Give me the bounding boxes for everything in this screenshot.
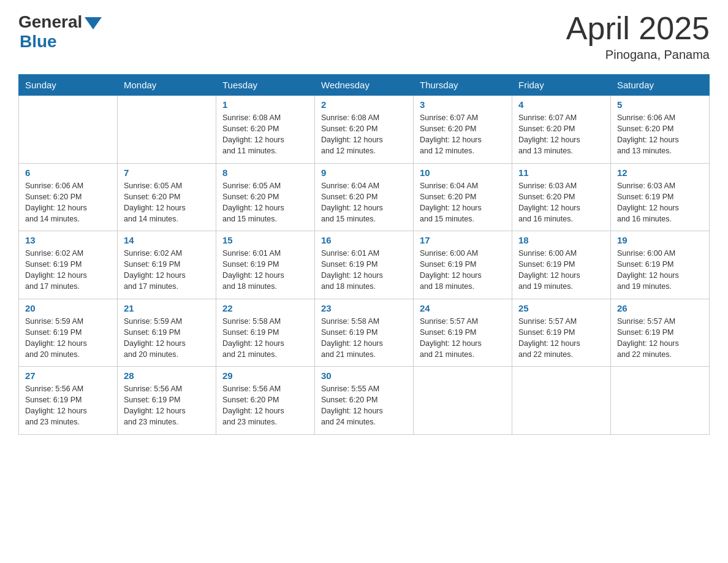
day-number: 10 (420, 167, 506, 178)
calendar-cell: 20Sunrise: 5:59 AM Sunset: 6:19 PM Dayli… (19, 299, 118, 367)
calendar-cell: 6Sunrise: 6:06 AM Sunset: 6:20 PM Daylig… (19, 163, 118, 231)
calendar-table: SundayMondayTuesdayWednesdayThursdayFrid… (18, 74, 710, 435)
calendar-cell (19, 96, 118, 164)
day-info: Sunrise: 5:57 AM Sunset: 6:19 PM Dayligh… (420, 316, 506, 361)
calendar-cell: 17Sunrise: 6:00 AM Sunset: 6:19 PM Dayli… (414, 231, 512, 299)
day-info: Sunrise: 5:56 AM Sunset: 6:19 PM Dayligh… (124, 383, 210, 428)
calendar-cell: 24Sunrise: 5:57 AM Sunset: 6:19 PM Dayli… (414, 299, 512, 367)
calendar-cell: 30Sunrise: 5:55 AM Sunset: 6:20 PM Dayli… (315, 367, 414, 435)
day-info: Sunrise: 5:59 AM Sunset: 6:19 PM Dayligh… (124, 316, 210, 361)
calendar-week-3: 13Sunrise: 6:02 AM Sunset: 6:19 PM Dayli… (19, 231, 710, 299)
calendar-cell: 16Sunrise: 6:01 AM Sunset: 6:19 PM Dayli… (315, 231, 414, 299)
header-tuesday: Tuesday (216, 75, 315, 96)
day-number: 2 (321, 99, 407, 110)
day-number: 14 (124, 235, 210, 245)
day-info: Sunrise: 5:58 AM Sunset: 6:19 PM Dayligh… (222, 316, 308, 361)
calendar-cell: 23Sunrise: 5:58 AM Sunset: 6:19 PM Dayli… (315, 299, 414, 367)
calendar-cell: 27Sunrise: 5:56 AM Sunset: 6:19 PM Dayli… (19, 367, 118, 435)
calendar-cell: 13Sunrise: 6:02 AM Sunset: 6:19 PM Dayli… (19, 231, 118, 299)
day-info: Sunrise: 5:58 AM Sunset: 6:19 PM Dayligh… (321, 316, 407, 361)
day-number: 1 (222, 99, 308, 110)
day-info: Sunrise: 6:02 AM Sunset: 6:19 PM Dayligh… (25, 248, 111, 293)
day-info: Sunrise: 5:56 AM Sunset: 6:19 PM Dayligh… (25, 383, 111, 428)
day-number: 30 (321, 370, 407, 381)
day-info: Sunrise: 6:05 AM Sunset: 6:20 PM Dayligh… (124, 180, 210, 225)
calendar-cell: 8Sunrise: 6:05 AM Sunset: 6:20 PM Daylig… (216, 163, 315, 231)
calendar-cell: 5Sunrise: 6:06 AM Sunset: 6:20 PM Daylig… (611, 96, 710, 164)
calendar-cell: 14Sunrise: 6:02 AM Sunset: 6:19 PM Dayli… (118, 231, 216, 299)
day-info: Sunrise: 6:01 AM Sunset: 6:19 PM Dayligh… (321, 248, 407, 293)
day-number: 18 (518, 235, 604, 245)
calendar-week-1: 1Sunrise: 6:08 AM Sunset: 6:20 PM Daylig… (19, 96, 710, 164)
day-number: 22 (222, 303, 308, 313)
day-number: 28 (124, 370, 210, 381)
calendar-cell: 7Sunrise: 6:05 AM Sunset: 6:20 PM Daylig… (118, 163, 216, 231)
day-info: Sunrise: 6:00 AM Sunset: 6:19 PM Dayligh… (518, 248, 604, 293)
day-info: Sunrise: 6:07 AM Sunset: 6:20 PM Dayligh… (518, 112, 604, 157)
day-number: 9 (321, 167, 407, 178)
day-info: Sunrise: 6:04 AM Sunset: 6:20 PM Dayligh… (321, 180, 407, 225)
day-info: Sunrise: 6:06 AM Sunset: 6:20 PM Dayligh… (617, 112, 703, 157)
day-number: 26 (617, 303, 703, 313)
day-number: 20 (25, 303, 111, 313)
calendar-cell: 22Sunrise: 5:58 AM Sunset: 6:19 PM Dayli… (216, 299, 315, 367)
calendar-cell: 25Sunrise: 5:57 AM Sunset: 6:19 PM Dayli… (512, 299, 611, 367)
day-number: 5 (617, 99, 703, 110)
header-wednesday: Wednesday (315, 75, 414, 96)
calendar-cell (512, 367, 611, 435)
month-title: April 2025 (566, 12, 710, 44)
day-number: 25 (518, 303, 604, 313)
logo-general-text: General (18, 12, 82, 32)
day-info: Sunrise: 6:08 AM Sunset: 6:20 PM Dayligh… (321, 112, 407, 157)
header-monday: Monday (118, 75, 216, 96)
day-number: 12 (617, 167, 703, 178)
calendar-cell: 19Sunrise: 6:00 AM Sunset: 6:19 PM Dayli… (611, 231, 710, 299)
day-info: Sunrise: 6:08 AM Sunset: 6:20 PM Dayligh… (222, 112, 308, 157)
day-number: 3 (420, 99, 506, 110)
calendar-cell: 21Sunrise: 5:59 AM Sunset: 6:19 PM Dayli… (118, 299, 216, 367)
day-info: Sunrise: 6:01 AM Sunset: 6:19 PM Dayligh… (222, 248, 308, 293)
day-info: Sunrise: 5:59 AM Sunset: 6:19 PM Dayligh… (25, 316, 111, 361)
calendar-cell: 28Sunrise: 5:56 AM Sunset: 6:19 PM Dayli… (118, 367, 216, 435)
day-number: 6 (25, 167, 111, 178)
calendar-cell: 9Sunrise: 6:04 AM Sunset: 6:20 PM Daylig… (315, 163, 414, 231)
page-header: General Blue April 2025 Pinogana, Panama (18, 12, 710, 62)
day-info: Sunrise: 5:55 AM Sunset: 6:20 PM Dayligh… (321, 383, 407, 428)
calendar-cell: 2Sunrise: 6:08 AM Sunset: 6:20 PM Daylig… (315, 96, 414, 164)
day-number: 11 (518, 167, 604, 178)
location: Pinogana, Panama (566, 48, 710, 62)
calendar-cell: 4Sunrise: 6:07 AM Sunset: 6:20 PM Daylig… (512, 96, 611, 164)
day-number: 16 (321, 235, 407, 245)
day-info: Sunrise: 6:00 AM Sunset: 6:19 PM Dayligh… (617, 248, 703, 293)
day-info: Sunrise: 6:03 AM Sunset: 6:20 PM Dayligh… (518, 180, 604, 225)
calendar-cell (414, 367, 512, 435)
calendar-cell: 1Sunrise: 6:08 AM Sunset: 6:20 PM Daylig… (216, 96, 315, 164)
calendar-week-4: 20Sunrise: 5:59 AM Sunset: 6:19 PM Dayli… (19, 299, 710, 367)
day-number: 17 (420, 235, 506, 245)
calendar-cell: 10Sunrise: 6:04 AM Sunset: 6:20 PM Dayli… (414, 163, 512, 231)
calendar-cell (611, 367, 710, 435)
calendar-header-row: SundayMondayTuesdayWednesdayThursdayFrid… (19, 75, 710, 96)
day-info: Sunrise: 5:56 AM Sunset: 6:20 PM Dayligh… (222, 383, 308, 428)
header-sunday: Sunday (19, 75, 118, 96)
header-saturday: Saturday (611, 75, 710, 96)
header-friday: Friday (512, 75, 611, 96)
day-number: 24 (420, 303, 506, 313)
day-info: Sunrise: 5:57 AM Sunset: 6:19 PM Dayligh… (518, 316, 604, 361)
day-number: 29 (222, 370, 308, 381)
calendar-week-5: 27Sunrise: 5:56 AM Sunset: 6:19 PM Dayli… (19, 367, 710, 435)
day-info: Sunrise: 6:00 AM Sunset: 6:19 PM Dayligh… (420, 248, 506, 293)
day-info: Sunrise: 6:07 AM Sunset: 6:20 PM Dayligh… (420, 112, 506, 157)
day-info: Sunrise: 6:02 AM Sunset: 6:19 PM Dayligh… (124, 248, 210, 293)
calendar-cell: 12Sunrise: 6:03 AM Sunset: 6:19 PM Dayli… (611, 163, 710, 231)
day-info: Sunrise: 6:06 AM Sunset: 6:20 PM Dayligh… (25, 180, 111, 225)
calendar-cell: 15Sunrise: 6:01 AM Sunset: 6:19 PM Dayli… (216, 231, 315, 299)
calendar-cell: 11Sunrise: 6:03 AM Sunset: 6:20 PM Dayli… (512, 163, 611, 231)
day-info: Sunrise: 6:05 AM Sunset: 6:20 PM Dayligh… (222, 180, 308, 225)
calendar-cell (118, 96, 216, 164)
day-number: 27 (25, 370, 111, 381)
day-number: 15 (222, 235, 308, 245)
day-number: 21 (124, 303, 210, 313)
logo-triangle-icon (85, 17, 102, 29)
header-thursday: Thursday (414, 75, 512, 96)
